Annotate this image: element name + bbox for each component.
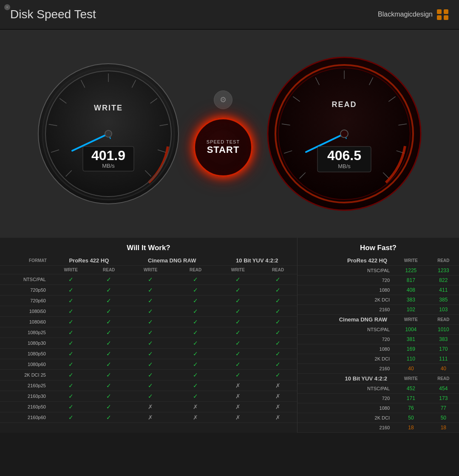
fast-read-value: 454 (428, 384, 459, 394)
fast-data-row: NTSC/PAL452454 (298, 384, 459, 394)
data-section: Will It Work? FORMAT ProRes 422 HQ Cinem… (0, 238, 459, 433)
format-cell: 1080p50 (0, 349, 51, 359)
yuv-header: 10 Bit YUV 4:2:2 (217, 256, 297, 266)
fast-write-header: WRITE (394, 374, 428, 384)
fast-read-value: 18 (428, 423, 459, 433)
fast-group-name: ProRes 422 HQ (298, 256, 394, 266)
fast-data-row: 2K DCI110111 (298, 354, 459, 364)
check-cell: ✓ (51, 349, 91, 359)
check-cell: ✓ (259, 296, 297, 306)
format-cell: 1080p60 (0, 359, 51, 370)
check-cell: ✓ (91, 296, 127, 306)
fast-write-value: 383 (394, 295, 428, 305)
prores-write-header: WRITE (51, 266, 91, 274)
table-row: 1080p50✓✓✓✓✓✓ (0, 349, 297, 359)
check-cell: ✓ (174, 338, 217, 349)
prores-header: ProRes 422 HQ (51, 256, 127, 266)
brand: Blackmagicdesign (378, 9, 449, 20)
write-label: WRITE (94, 104, 123, 112)
fast-format-label: 2160 (298, 423, 394, 433)
yuv-write-header: WRITE (217, 266, 259, 274)
fast-group-header: 10 Bit YUV 4:2:2WRITEREAD (298, 374, 459, 384)
fast-read-value: 111 (428, 354, 459, 364)
fast-write-value: 171 (394, 394, 428, 403)
check-cell: ✓ (174, 359, 217, 370)
check-cell: ✓ (217, 317, 259, 327)
fast-write-value: 408 (394, 285, 428, 295)
check-cell: ✓ (259, 317, 297, 327)
check-cell: ✓ (51, 327, 91, 338)
fast-data-row: NTSC/PAL10041010 (298, 325, 459, 335)
check-cell: ✓ (91, 402, 127, 412)
check-cell: ✓ (217, 274, 259, 285)
close-button[interactable]: × (4, 4, 10, 10)
check-cell: ✓ (127, 380, 174, 391)
check-cell: ✓ (127, 391, 174, 402)
check-cell: ✓ (174, 327, 217, 338)
fast-format-label: 720 (298, 276, 394, 285)
table-row: 1080p25✓✓✓✓✓✓ (0, 327, 297, 338)
fast-read-value: 50 (428, 413, 459, 423)
check-cell: ✓ (259, 349, 297, 359)
fast-format-label: 1080 (298, 344, 394, 354)
fast-read-value: 170 (428, 344, 459, 354)
fast-data-row: NTSC/PAL12251233 (298, 266, 459, 276)
check-cell: ✓ (174, 274, 217, 285)
read-gauge: READ 406.5 MB/s (266, 55, 423, 212)
format-cell: 2160p50 (0, 402, 51, 412)
check-cell: ✓ (174, 391, 217, 402)
write-unit: MB/s (102, 163, 115, 169)
check-cell: ✗ (127, 402, 174, 412)
fast-read-header: READ (428, 374, 459, 384)
check-cell: ✓ (51, 274, 91, 285)
check-cell: ✓ (51, 380, 91, 391)
check-cell: ✓ (51, 285, 91, 296)
how-fast-table: ProRes 422 HQWRITEREADNTSC/PAL1225123372… (298, 256, 459, 433)
speed-test-label: SPEED TEST (207, 139, 240, 144)
fast-read-header: READ (428, 315, 459, 325)
format-cell: 2160p30 (0, 391, 51, 402)
fast-read-value: 385 (428, 295, 459, 305)
check-cell: ✓ (91, 317, 127, 327)
brand-logo (437, 9, 449, 20)
check-cell: ✓ (127, 296, 174, 306)
fast-write-value: 102 (394, 305, 428, 315)
check-cell: ✓ (217, 306, 259, 317)
fast-write-header: WRITE (394, 256, 428, 266)
check-cell: ✓ (91, 349, 127, 359)
dng-read-header: READ (174, 266, 217, 274)
fast-read-value: 1010 (428, 325, 459, 335)
check-cell: ✓ (259, 274, 297, 285)
check-cell: ✗ (174, 402, 217, 412)
check-cell: ✗ (259, 391, 297, 402)
table-row: 1080i50✓✓✓✓✓✓ (0, 306, 297, 317)
check-cell: ✓ (259, 306, 297, 317)
format-cell: 1080p25 (0, 327, 51, 338)
dng-write-header: WRITE (127, 266, 174, 274)
table-row: 720p50✓✓✓✓✓✓ (0, 285, 297, 296)
check-cell: ✓ (174, 285, 217, 296)
check-cell: ✓ (127, 349, 174, 359)
start-button[interactable]: SPEED TEST START (193, 118, 253, 177)
write-value: 401.9 (91, 148, 125, 163)
check-cell: ✓ (91, 285, 127, 296)
table-row: 2160p25✓✓✓✓✗✗ (0, 380, 297, 391)
brand-name: Blackmagicdesign (378, 11, 433, 18)
check-cell: ✓ (51, 359, 91, 370)
table-row: 1080i60✓✓✓✓✓✓ (0, 317, 297, 327)
write-gauge: WRITE 401.9 MB/s (36, 62, 181, 206)
table-row: 1080p60✓✓✓✓✓✓ (0, 359, 297, 370)
format-cell: NTSC/PAL (0, 274, 51, 285)
format-cell: 2160p60 (0, 412, 51, 423)
check-cell: ✓ (174, 380, 217, 391)
check-cell: ✗ (217, 391, 259, 402)
check-cell: ✗ (217, 412, 259, 423)
fast-read-value: 40 (428, 364, 459, 374)
dng-header: Cinema DNG RAW (127, 256, 217, 266)
fast-data-row: 1080169170 (298, 344, 459, 354)
write-gauge-svg: WRITE 401.9 MB/s (36, 62, 181, 206)
check-cell: ✓ (217, 338, 259, 349)
settings-button[interactable]: ⚙ (214, 90, 232, 109)
check-cell: ✗ (259, 412, 297, 423)
how-fast-title: How Fast? (298, 238, 459, 256)
